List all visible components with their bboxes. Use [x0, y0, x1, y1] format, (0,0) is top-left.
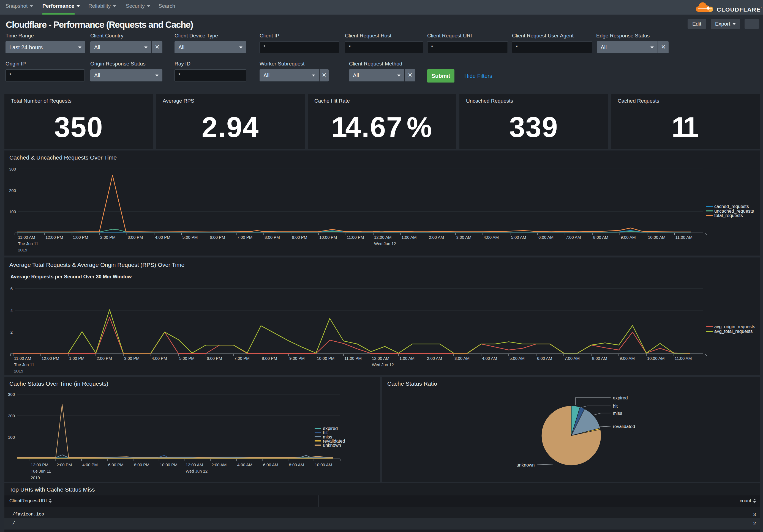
svg-text:8:00 AM: 8:00 AM [592, 356, 607, 361]
svg-text:revalidated: revalidated [613, 424, 635, 429]
svg-text:7:00 PM: 7:00 PM [237, 235, 253, 239]
svg-text:unknown: unknown [323, 443, 341, 448]
svg-text:3:00 AM: 3:00 AM [454, 356, 470, 361]
svg-text:5:00 PM: 5:00 PM [179, 356, 195, 361]
svg-text:8:00 AM: 8:00 AM [289, 462, 304, 467]
svg-text:6:00 AM: 6:00 AM [538, 235, 554, 239]
svg-text:avg_total_requests: avg_total_requests [714, 329, 753, 334]
svg-text:2: 2 [10, 330, 13, 334]
svg-text:4:00 PM: 4:00 PM [155, 235, 170, 239]
svg-text:2:00 PM: 2:00 PM [97, 356, 112, 361]
svg-text:2019: 2019 [18, 248, 27, 252]
svg-text:7:00 AM: 7:00 AM [565, 356, 580, 361]
svg-text:Tue Jun 11: Tue Jun 11 [18, 241, 38, 246]
svg-text:total_requests: total_requests [714, 213, 743, 218]
svg-text:5:00 AM: 5:00 AM [509, 356, 525, 361]
svg-text:6:00 AM: 6:00 AM [263, 462, 278, 467]
svg-text:miss: miss [613, 410, 622, 415]
svg-text:9:00 PM: 9:00 PM [289, 356, 305, 361]
svg-text:12:00 PM: 12:00 PM [42, 356, 59, 361]
svg-text:9:00 AM: 9:00 AM [619, 356, 635, 361]
svg-text:300: 300 [8, 392, 15, 397]
svg-text:9:00 AM: 9:00 AM [621, 235, 636, 239]
svg-text:8:00 PM: 8:00 PM [134, 462, 150, 467]
svg-text:10:00 AM: 10:00 AM [648, 235, 665, 239]
svg-text:11:00 PM: 11:00 PM [344, 356, 362, 361]
svg-text:200: 200 [8, 413, 15, 418]
svg-text:Tue Jun 11: Tue Jun 11 [14, 362, 34, 367]
svg-text:Cache Status Ratio: Cache Status Ratio [387, 381, 437, 387]
svg-text:Tue Jun 11: Tue Jun 11 [31, 469, 51, 474]
svg-text:2:00 PM: 2:00 PM [100, 235, 116, 239]
svg-text:2019: 2019 [31, 475, 40, 480]
svg-text:10:00 PM: 10:00 PM [319, 235, 337, 239]
svg-text:Average Requests per Second Ov: Average Requests per Second Over 30 Min … [10, 274, 132, 280]
svg-text:10:00 PM: 10:00 PM [160, 462, 177, 467]
svg-text:11:00 AM: 11:00 AM [676, 235, 693, 239]
svg-text:6: 6 [10, 286, 13, 291]
svg-text:3:00 PM: 3:00 PM [128, 235, 143, 239]
svg-text:9:00 PM: 9:00 PM [292, 235, 307, 239]
svg-text:1:00 AM: 1:00 AM [401, 235, 417, 239]
svg-text:1:00 PM: 1:00 PM [73, 235, 88, 239]
svg-text:expired: expired [613, 395, 627, 400]
svg-text:7:00 PM: 7:00 PM [234, 356, 250, 361]
svg-text:10:00 AM: 10:00 AM [315, 462, 332, 467]
svg-text:2:00 AM: 2:00 AM [427, 356, 442, 361]
svg-text:4:00 PM: 4:00 PM [82, 462, 98, 467]
svg-text:8:00 PM: 8:00 PM [262, 356, 277, 361]
svg-text:6:00 PM: 6:00 PM [210, 235, 225, 239]
svg-text:1:00 PM: 1:00 PM [69, 356, 84, 361]
svg-text:12:00 AM: 12:00 AM [185, 462, 203, 467]
svg-text:4:00 AM: 4:00 AM [482, 356, 497, 361]
svg-text:12:00 PM: 12:00 PM [31, 462, 49, 467]
svg-text:Average Total Requests & Avera: Average Total Requests & Average Origin … [9, 262, 184, 268]
svg-text:6:00 AM: 6:00 AM [537, 356, 552, 361]
svg-text:hit: hit [613, 403, 618, 408]
svg-text:100: 100 [9, 209, 16, 214]
svg-text:6:00 PM: 6:00 PM [108, 462, 124, 467]
svg-text:3:00 PM: 3:00 PM [124, 356, 140, 361]
svg-text:12:00 PM: 12:00 PM [46, 235, 63, 239]
svg-text:5:00 PM: 5:00 PM [182, 235, 198, 239]
svg-text:2:00 AM: 2:00 AM [211, 462, 227, 467]
svg-text:11:00 AM: 11:00 AM [18, 235, 35, 239]
svg-text:11:00 AM: 11:00 AM [14, 356, 31, 361]
svg-text:unknown: unknown [516, 462, 535, 467]
svg-text:4:00 AM: 4:00 AM [237, 462, 253, 467]
svg-text:5:00 AM: 5:00 AM [511, 235, 526, 239]
svg-text:7:00 AM: 7:00 AM [566, 235, 581, 239]
svg-text:Wed Jun 12: Wed Jun 12 [185, 469, 208, 474]
svg-text:12:00 AM: 12:00 AM [374, 235, 391, 239]
svg-text:11:00 PM: 11:00 PM [347, 235, 364, 239]
svg-text:Wed Jun 12: Wed Jun 12 [372, 362, 394, 367]
svg-text:10:00 AM: 10:00 AM [647, 356, 664, 361]
svg-text:4:00 AM: 4:00 AM [484, 235, 499, 239]
svg-text:100: 100 [8, 435, 15, 439]
svg-text:2:00 AM: 2:00 AM [429, 235, 444, 239]
svg-text:2019: 2019 [14, 369, 23, 373]
svg-text:3:00 AM: 3:00 AM [456, 235, 472, 239]
svg-text:4: 4 [10, 308, 13, 313]
svg-text:11:00 AM: 11:00 AM [675, 356, 692, 361]
svg-text:8:00 PM: 8:00 PM [265, 235, 280, 239]
svg-text:Cache Status Over Time (in Req: Cache Status Over Time (in Requests) [9, 381, 108, 387]
svg-text:200: 200 [9, 188, 16, 193]
svg-text:8:00 AM: 8:00 AM [593, 235, 608, 239]
svg-text:12:00 AM: 12:00 AM [372, 356, 389, 361]
svg-text:4:00 PM: 4:00 PM [152, 356, 167, 361]
svg-text:300: 300 [9, 167, 16, 171]
svg-text:2:00 PM: 2:00 PM [56, 462, 72, 467]
svg-text:10:00 PM: 10:00 PM [317, 356, 334, 361]
svg-text:Wed Jun 12: Wed Jun 12 [374, 241, 396, 246]
svg-text:Cached & Uncached Requests Ove: Cached & Uncached Requests Over Time [9, 154, 117, 161]
svg-text:6:00 PM: 6:00 PM [207, 356, 222, 361]
svg-text:1:00 AM: 1:00 AM [399, 356, 414, 361]
